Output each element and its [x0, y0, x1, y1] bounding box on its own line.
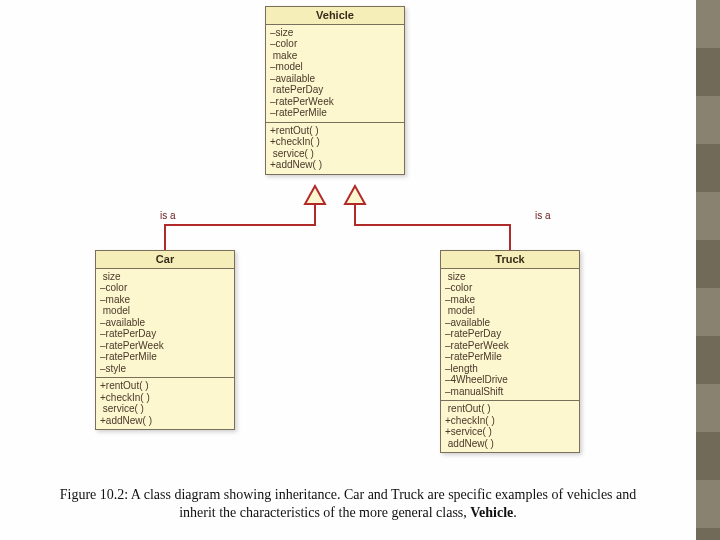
member-row: –ratePerWeek — [445, 340, 575, 352]
member-row: –style — [100, 363, 230, 375]
member-row: –ratePerWeek — [100, 340, 230, 352]
member-row: +checkIn( ) — [270, 136, 400, 148]
slide-accent-stripe — [696, 0, 720, 540]
member-row: +addNew( ) — [100, 415, 230, 427]
svg-marker-0 — [305, 186, 325, 204]
member-row: ratePerDay — [270, 84, 400, 96]
member-row: service( ) — [100, 403, 230, 415]
member-row: –ratePerMile — [445, 351, 575, 363]
member-row: –color — [270, 38, 400, 50]
member-row: –manualShift — [445, 386, 575, 398]
member-row: –length — [445, 363, 575, 375]
member-row: +checkIn( ) — [100, 392, 230, 404]
class-title-truck: Truck — [441, 251, 579, 269]
class-box-vehicle: Vehicle –size–color make–model–available… — [265, 6, 405, 175]
member-row: –available — [100, 317, 230, 329]
class-box-car: Car size–color–make model–available–rate… — [95, 250, 235, 430]
member-row: +addNew( ) — [270, 159, 400, 171]
member-row: rentOut( ) — [445, 403, 575, 415]
member-row: –available — [270, 73, 400, 85]
caption-bold: Vehicle — [470, 505, 513, 520]
member-row: size — [445, 271, 575, 283]
figure-caption: Figure 10.2: A class diagram showing inh… — [40, 486, 656, 522]
member-row: –ratePerMile — [100, 351, 230, 363]
member-row: –4WheelDrive — [445, 374, 575, 386]
diagram-canvas: Vehicle –size–color make–model–available… — [0, 0, 696, 540]
class-title-vehicle: Vehicle — [266, 7, 404, 25]
member-row: –make — [445, 294, 575, 306]
member-row: –size — [270, 27, 400, 39]
member-row: –ratePerDay — [445, 328, 575, 340]
member-row: addNew( ) — [445, 438, 575, 450]
member-row: model — [100, 305, 230, 317]
class-box-truck: Truck size–color–make model–available–ra… — [440, 250, 580, 453]
member-row: +checkIn( ) — [445, 415, 575, 427]
member-row: –ratePerMile — [270, 107, 400, 119]
isa-label-right: is a — [535, 210, 551, 221]
class-attributes-car: size–color–make model–available–ratePerD… — [96, 269, 234, 379]
member-row: +service( ) — [445, 426, 575, 438]
isa-label-left: is a — [160, 210, 176, 221]
member-row: +rentOut( ) — [270, 125, 400, 137]
member-row: –ratePerDay — [100, 328, 230, 340]
member-row: make — [270, 50, 400, 62]
caption-prefix: Figure 10.2: A class diagram showing inh… — [60, 487, 637, 520]
caption-suffix: . — [513, 505, 517, 520]
member-row: service( ) — [270, 148, 400, 160]
member-row: –available — [445, 317, 575, 329]
class-methods-car: +rentOut( )+checkIn( ) service( )+addNew… — [96, 378, 234, 429]
member-row: size — [100, 271, 230, 283]
class-methods-vehicle: +rentOut( )+checkIn( ) service( )+addNew… — [266, 123, 404, 174]
class-attributes-vehicle: –size–color make–model–available ratePer… — [266, 25, 404, 123]
member-row: +rentOut( ) — [100, 380, 230, 392]
member-row: –model — [270, 61, 400, 73]
class-methods-truck: rentOut( )+checkIn( )+service( ) addNew(… — [441, 401, 579, 452]
class-attributes-truck: size–color–make model–available–ratePerD… — [441, 269, 579, 402]
member-row: –color — [445, 282, 575, 294]
member-row: –ratePerWeek — [270, 96, 400, 108]
member-row: –make — [100, 294, 230, 306]
svg-marker-1 — [345, 186, 365, 204]
class-title-car: Car — [96, 251, 234, 269]
member-row: model — [445, 305, 575, 317]
member-row: –color — [100, 282, 230, 294]
